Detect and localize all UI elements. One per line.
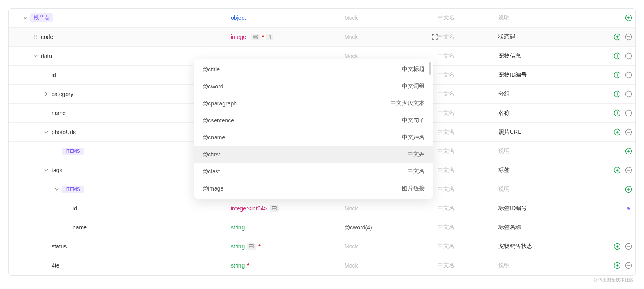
field-name[interactable]: status xyxy=(52,243,67,250)
description-cell[interactable]: 分组 xyxy=(498,90,604,98)
add-button[interactable] xyxy=(625,186,632,193)
toggle-right-icon[interactable] xyxy=(43,91,49,97)
add-button[interactable] xyxy=(614,52,621,60)
toggle-down-icon[interactable] xyxy=(54,186,60,192)
mock-input[interactable] xyxy=(344,34,432,40)
description-cell[interactable]: 说明 xyxy=(498,186,604,193)
type-cell[interactable]: integer<int64> xyxy=(231,205,344,212)
field-name[interactable]: code xyxy=(41,34,53,40)
description-cell[interactable]: 标签 xyxy=(498,167,604,174)
combine-icon[interactable] xyxy=(247,243,256,250)
chinese-name-cell[interactable]: 中文名 xyxy=(438,109,498,117)
field-name[interactable]: photoUrls xyxy=(52,129,76,135)
mock-cell[interactable]: @cword(4) xyxy=(344,224,438,231)
required-star-icon[interactable]: * xyxy=(247,262,249,269)
field-name[interactable]: id xyxy=(73,205,77,212)
remove-button[interactable] xyxy=(625,52,632,60)
type-cell[interactable]: string xyxy=(231,224,344,231)
mock-cell[interactable]: Mock xyxy=(344,243,438,250)
field-name[interactable]: category xyxy=(52,91,73,97)
add-button[interactable] xyxy=(614,243,621,250)
root-node-badge[interactable]: 根节点 xyxy=(30,13,53,22)
items-badge[interactable]: ITEMS xyxy=(62,186,84,193)
dropdown-item[interactable]: @image图片链接 xyxy=(194,180,433,197)
chinese-name-cell[interactable]: 中文名 xyxy=(438,243,498,250)
chinese-name-cell[interactable]: 中文名 xyxy=(438,224,498,231)
type-cell[interactable]: object xyxy=(231,15,344,21)
add-button[interactable] xyxy=(614,33,621,41)
toggle-down-icon[interactable] xyxy=(43,167,49,173)
add-button[interactable] xyxy=(614,128,621,136)
dropdown-item[interactable]: @clast中文名 xyxy=(194,163,433,180)
description-cell[interactable]: 标签ID编号 xyxy=(498,205,604,212)
dropdown-item[interactable]: @cfirst中文姓 xyxy=(194,146,433,163)
description-cell[interactable]: 说明 xyxy=(498,14,604,21)
type-cell[interactable]: string* xyxy=(231,262,344,269)
mock-cell[interactable]: Mock xyxy=(344,53,438,59)
add-button[interactable] xyxy=(625,148,632,155)
remove-button[interactable] xyxy=(625,90,632,98)
toggle-down-icon[interactable] xyxy=(43,129,49,135)
type-cell[interactable]: string* xyxy=(231,243,344,250)
dropdown-item[interactable]: @ctitle中文标题 xyxy=(194,61,433,78)
combine-icon[interactable] xyxy=(270,205,279,212)
required-star-icon[interactable]: * xyxy=(262,34,264,40)
remove-button[interactable] xyxy=(625,243,632,250)
add-button[interactable] xyxy=(625,14,632,21)
remove-button[interactable] xyxy=(625,128,632,136)
items-badge[interactable]: ITEMS xyxy=(62,148,84,155)
add-button[interactable] xyxy=(614,109,621,117)
chinese-name-cell[interactable]: 中文名 xyxy=(438,128,498,136)
chinese-name-cell[interactable]: 中文名 xyxy=(438,33,498,41)
chinese-name-cell[interactable]: 中文名 xyxy=(438,90,498,98)
chinese-name-cell[interactable]: 中文名 xyxy=(438,14,498,21)
field-name[interactable]: name xyxy=(52,110,66,116)
add-button[interactable] xyxy=(614,90,621,98)
mock-cell[interactable]: Mock xyxy=(344,262,438,269)
required-star-icon[interactable]: * xyxy=(258,243,260,250)
chinese-name-cell[interactable]: 中文名 xyxy=(438,148,498,155)
field-name[interactable]: name xyxy=(73,224,87,231)
chinese-name-cell[interactable]: 中文名 xyxy=(438,205,498,212)
dropdown-item[interactable]: @csentence中文句子 xyxy=(194,112,433,129)
dropdown-item[interactable]: @cword中文词组 xyxy=(194,78,433,95)
mock-cell[interactable]: Mock xyxy=(344,205,438,212)
mock-cell[interactable] xyxy=(344,31,438,43)
expand-icon[interactable] xyxy=(432,34,438,40)
description-cell[interactable]: 说明 xyxy=(498,262,604,269)
dropdown-item[interactable]: @cname中文姓名 xyxy=(194,129,433,146)
remove-button[interactable] xyxy=(625,33,632,41)
field-name[interactable]: id xyxy=(52,72,56,78)
chinese-name-cell[interactable]: 中文名 xyxy=(438,71,498,79)
description-cell[interactable]: 名称 xyxy=(498,109,604,117)
description-cell[interactable]: 宠物ID编号 xyxy=(498,71,604,79)
remove-button[interactable] xyxy=(625,262,632,269)
description-cell[interactable]: 说明 xyxy=(498,148,604,155)
dropdown-item[interactable]: @cparagraph中文大段文本 xyxy=(194,95,433,112)
field-name[interactable]: 4te xyxy=(52,262,59,269)
combine-icon[interactable] xyxy=(251,34,260,40)
mock-cell[interactable]: Mock xyxy=(344,15,438,21)
chinese-name-cell[interactable]: 中文名 xyxy=(438,52,498,60)
drag-handle-icon[interactable] xyxy=(33,34,39,40)
link-icon[interactable] xyxy=(625,205,632,212)
toggle-down-icon[interactable] xyxy=(33,53,39,59)
type-cell[interactable]: integer*N xyxy=(231,34,344,40)
remove-button[interactable] xyxy=(625,71,632,79)
add-button[interactable] xyxy=(614,262,621,269)
remove-button[interactable] xyxy=(625,109,632,117)
toggle-down-icon[interactable] xyxy=(22,15,28,21)
field-name[interactable]: data xyxy=(41,53,52,59)
chinese-name-cell[interactable]: 中文名 xyxy=(438,186,498,193)
description-cell[interactable]: 状态码 xyxy=(498,33,604,41)
remove-button[interactable] xyxy=(625,167,632,174)
add-button[interactable] xyxy=(614,167,621,174)
chinese-name-cell[interactable]: 中文名 xyxy=(438,167,498,174)
chinese-name-cell[interactable]: 中文名 xyxy=(438,262,498,269)
description-cell[interactable]: 标签名称 xyxy=(498,224,604,231)
description-cell[interactable]: 宠物信息 xyxy=(498,52,604,60)
add-button[interactable] xyxy=(614,71,621,79)
description-cell[interactable]: 宠物销售状态 xyxy=(498,243,604,250)
field-name[interactable]: tags xyxy=(52,167,62,173)
nullable-tag[interactable]: N xyxy=(266,34,273,40)
